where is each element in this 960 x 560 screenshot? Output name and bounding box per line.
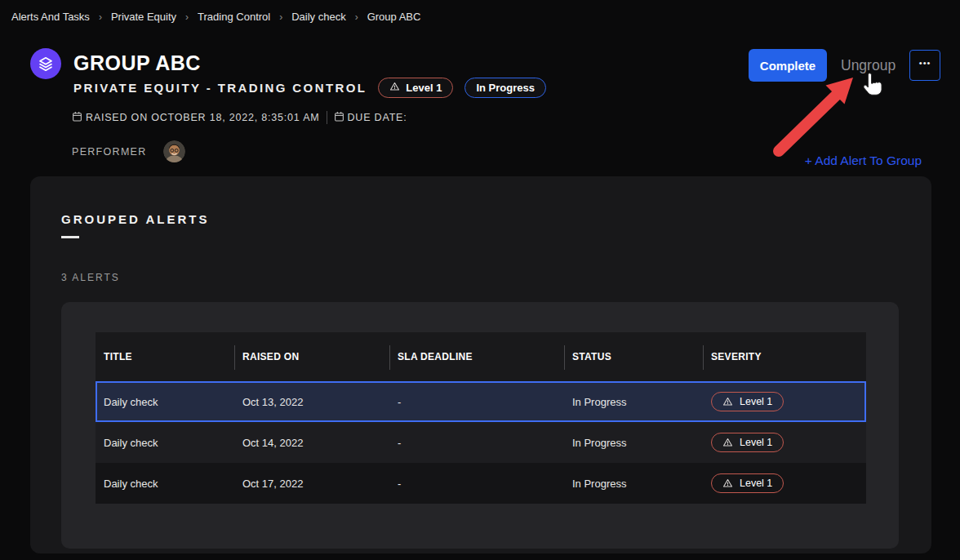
cell-sla-deadline: -	[389, 463, 564, 504]
severity-badge-label: Level 1	[406, 82, 442, 94]
section-title-underline	[61, 236, 79, 238]
meta-divider	[327, 111, 327, 124]
column-header: TITLE	[96, 351, 234, 362]
breadcrumb-separator-icon: ›	[355, 11, 358, 23]
warning-icon	[722, 438, 733, 447]
cell-severity: Level 1	[703, 422, 866, 463]
layers-icon	[38, 56, 54, 72]
section-title: GROUPED ALERTS	[61, 212, 209, 226]
warning-icon	[722, 478, 733, 488]
due-date-label: DUE DATE:	[348, 112, 407, 123]
cell-status: In Progress	[564, 463, 703, 504]
calendar-icon	[334, 111, 344, 122]
cell-severity: Level 1	[703, 381, 866, 422]
calendar-icon	[72, 111, 82, 122]
warning-icon	[389, 82, 400, 91]
breadcrumb-item[interactable]: Alerts And Tasks	[11, 11, 90, 23]
performer-label: PERFORMER	[72, 146, 147, 158]
due-date: DUE DATE:	[334, 111, 407, 124]
status-badge-label: In Progress	[476, 82, 535, 94]
cell-sla-deadline: -	[389, 381, 564, 422]
table-body: Daily checkOct 13, 2022-In Progress Leve…	[96, 381, 866, 504]
cell-raised-on: Oct 13, 2022	[234, 381, 389, 422]
breadcrumb-separator-icon: ›	[185, 11, 189, 23]
complete-button[interactable]: Complete	[749, 49, 827, 82]
raised-on: RAISED ON OCTOBER 18, 2022, 8:35:01 AM	[72, 111, 320, 124]
grouped-alerts-panel: GROUPED ALERTS 3 ALERTS TITLERAISED ONSL…	[30, 176, 931, 553]
breadcrumb-item: Group ABC	[367, 11, 421, 23]
breadcrumb-item[interactable]: Daily check	[291, 11, 345, 23]
severity-pill-label: Level 1	[740, 437, 772, 448]
due-date-calendar-slot	[334, 111, 344, 124]
severity-pill: Level 1	[711, 392, 784, 411]
table-row[interactable]: Daily checkOct 17, 2022-In Progress Leve…	[96, 463, 866, 504]
table-row[interactable]: Daily checkOct 13, 2022-In Progress Leve…	[96, 381, 866, 422]
severity-pill-label: Level 1	[740, 478, 772, 489]
alert-group-detail-screen: Alerts And Tasks›Private Equity›Trading …	[0, 0, 960, 560]
cell-severity: Level 1	[703, 463, 866, 504]
severity-badge: Level 1	[378, 78, 453, 98]
cell-title: Daily check	[96, 463, 234, 504]
status-badge: In Progress	[464, 78, 546, 98]
page-subtitle: PRIVATE EQUITY - TRADING CONTROL	[73, 81, 367, 95]
performer-avatar-image	[163, 140, 185, 162]
breadcrumb-item[interactable]: Private Equity	[111, 11, 176, 23]
raised-on-calendar-slot	[72, 111, 82, 124]
breadcrumb-separator-icon: ›	[279, 11, 282, 23]
cell-status: In Progress	[564, 422, 703, 463]
breadcrumb-separator-icon: ›	[99, 11, 102, 23]
performer-row: PERFORMER	[72, 140, 185, 162]
alerts-table-card: TITLERAISED ONSLA DEADLINESTATUSSEVERITY…	[61, 302, 899, 549]
severity-pill: Level 1	[711, 433, 784, 452]
column-header: SLA DEADLINE	[389, 351, 564, 362]
add-alert-to-group-link[interactable]: + Add Alert To Group	[805, 153, 922, 168]
group-icon	[30, 48, 61, 79]
alerts-count: 3 ALERTS	[61, 272, 120, 283]
cell-title: Daily check	[96, 422, 234, 463]
cell-sla-deadline: -	[389, 422, 564, 463]
annotation-arrow-icon	[759, 69, 869, 163]
cell-title: Daily check	[96, 381, 234, 422]
header-actions: Complete Ungroup •••	[749, 49, 940, 82]
page-title: GROUP ABC	[73, 51, 201, 75]
severity-warn-slot	[389, 82, 400, 94]
severity-pill: Level 1	[711, 473, 784, 493]
severity-pill-label: Level 1	[740, 396, 772, 407]
column-header: RAISED ON	[234, 351, 389, 362]
meta-row: RAISED ON OCTOBER 18, 2022, 8:35:01 AM D…	[72, 111, 407, 124]
column-header: STATUS	[564, 351, 703, 362]
alerts-table: TITLERAISED ONSLA DEADLINESTATUSSEVERITY…	[96, 332, 866, 504]
breadcrumb: Alerts And Tasks›Private Equity›Trading …	[11, 11, 420, 23]
subtitle-row: PRIVATE EQUITY - TRADING CONTROL Level 1…	[73, 78, 546, 98]
more-options-button[interactable]: •••	[909, 50, 940, 81]
breadcrumb-item[interactable]: Trading Control	[198, 11, 270, 23]
column-header: SEVERITY	[703, 351, 866, 362]
cell-raised-on: Oct 14, 2022	[234, 422, 389, 463]
raised-on-label: RAISED ON OCTOBER 18, 2022, 8:35:01 AM	[86, 112, 320, 123]
ellipsis-icon: •••	[919, 58, 931, 68]
table-header: TITLERAISED ONSLA DEADLINESTATUSSEVERITY	[96, 332, 866, 381]
performer-avatar[interactable]	[163, 140, 185, 162]
cell-status: In Progress	[564, 381, 703, 422]
table-row[interactable]: Daily checkOct 14, 2022-In Progress Leve…	[96, 422, 866, 463]
ungroup-button[interactable]: Ungroup	[841, 57, 896, 74]
cell-raised-on: Oct 17, 2022	[234, 463, 389, 504]
warning-icon	[722, 397, 733, 407]
